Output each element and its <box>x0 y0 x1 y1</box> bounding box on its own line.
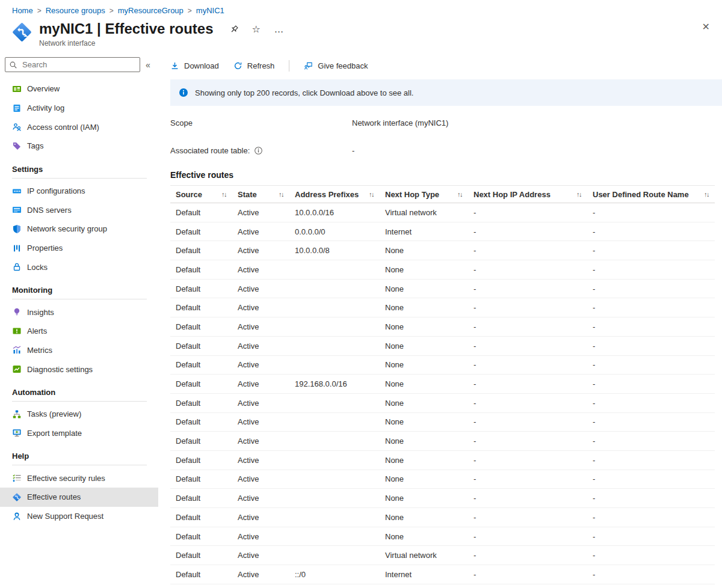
refresh-button[interactable]: Refresh <box>233 61 275 70</box>
sidebar-item-label: Overview <box>27 84 60 93</box>
table-cell: - <box>468 546 587 565</box>
sidebar-collapse-icon[interactable]: « <box>140 60 156 70</box>
sidebar-item-insights[interactable]: Insights <box>0 302 158 322</box>
table-cell <box>289 412 380 432</box>
table-cell: - <box>468 450 587 470</box>
sidebar-item-metrics[interactable]: Metrics <box>0 341 158 360</box>
download-button[interactable]: Download <box>170 61 219 70</box>
sidebar-section-help: Help <box>0 443 158 465</box>
sidebar-item-dns-servers[interactable]: DNS servers <box>0 200 158 219</box>
properties-icon <box>12 243 22 253</box>
sidebar-item-export-template[interactable]: Export template <box>0 424 158 443</box>
info-banner: Showing only top 200 records, click Down… <box>170 79 722 106</box>
diagnostic-settings-icon <box>12 364 22 374</box>
sort-arrows-icon: ↑↓ <box>221 191 226 198</box>
table-row: DefaultActiveNone-- <box>170 489 715 508</box>
table-row: DefaultActiveNone-- <box>170 317 715 337</box>
sidebar-item-ip-configurations[interactable]: IP configurations <box>0 182 158 201</box>
sidebar-item-effective-routes[interactable]: Effective routes <box>0 488 158 507</box>
table-cell <box>289 546 380 565</box>
table-cell: None <box>380 470 468 489</box>
column-header-next-hop-type[interactable]: Next Hop Type↑↓ <box>380 186 468 203</box>
sidebar-item-new-support-request[interactable]: New Support Request <box>0 507 158 526</box>
table-cell: None <box>380 279 468 298</box>
info-icon <box>179 88 188 97</box>
table-cell: Default <box>170 241 232 260</box>
breadcrumb-separator: > <box>37 7 42 15</box>
table-cell: Default <box>170 336 232 355</box>
info-tooltip-icon[interactable] <box>254 146 263 155</box>
sidebar-item-locks[interactable]: Locks <box>0 258 158 277</box>
table-cell: - <box>468 412 587 432</box>
table-cell: None <box>380 241 468 260</box>
table-cell: - <box>587 489 715 508</box>
sort-arrows-icon: ↑↓ <box>576 191 581 198</box>
table-cell: - <box>587 450 715 470</box>
table-cell <box>289 470 380 489</box>
sidebar-item-network-security-group[interactable]: Network security group <box>0 219 158 239</box>
sidebar-item-diagnostic-settings[interactable]: Diagnostic settings <box>0 360 158 379</box>
table-cell: Active <box>232 375 289 394</box>
search-input[interactable] <box>21 60 136 70</box>
table-cell: Internet <box>380 565 468 584</box>
breadcrumb-link-home[interactable]: Home <box>12 6 33 15</box>
associated-route-table-row: Associated route table: - <box>170 146 722 155</box>
search-box[interactable] <box>5 57 140 72</box>
breadcrumb-link-resource-groups[interactable]: Resource groups <box>46 6 105 15</box>
table-cell <box>289 450 380 470</box>
table-row: DefaultActiveNone-- <box>170 412 715 432</box>
column-header-user-defined-route-name[interactable]: User Defined Route Name↑↓ <box>587 186 715 203</box>
sort-arrows-icon: ↑↓ <box>279 191 283 198</box>
sidebar-section-automation: Automation <box>0 379 158 401</box>
table-cell: - <box>468 355 587 375</box>
sidebar-item-label: New Support Request <box>27 512 103 521</box>
pin-icon[interactable] <box>229 25 239 34</box>
sort-arrows-icon: ↑↓ <box>704 191 709 198</box>
table-cell: None <box>380 375 468 394</box>
table-cell: - <box>587 260 715 280</box>
breadcrumb-link-resource[interactable]: myNIC1 <box>196 6 224 15</box>
sidebar-item-tags[interactable]: Tags <box>0 136 158 156</box>
table-cell: - <box>468 432 587 451</box>
sidebar-section-monitoring: Monitoring <box>0 277 158 299</box>
sidebar-item-effective-security-rules[interactable]: Effective security rules <box>0 468 158 488</box>
table-cell: Active <box>232 527 289 546</box>
table-cell: Default <box>170 565 232 584</box>
sidebar-item-tasks-preview[interactable]: Tasks (preview) <box>0 405 158 424</box>
sidebar-item-activity-log[interactable]: Activity log <box>0 99 158 118</box>
table-row: DefaultActiveNone-- <box>170 527 715 546</box>
table-cell: - <box>468 470 587 489</box>
table-cell: Active <box>232 450 289 470</box>
main-content: Download Refresh Give feedback Showing o… <box>158 52 722 588</box>
sidebar-item-overview[interactable]: Overview <box>0 79 158 99</box>
table-cell: - <box>468 222 587 241</box>
more-ellipsis-icon[interactable]: … <box>274 25 283 34</box>
table-cell: Active <box>232 317 289 337</box>
table-cell: Default <box>170 527 232 546</box>
column-label: User Defined Route Name <box>593 190 689 199</box>
table-cell: Internet <box>380 222 468 241</box>
close-icon[interactable]: ✕ <box>702 21 710 32</box>
table-cell: Active <box>232 508 289 527</box>
column-header-source[interactable]: Source↑↓ <box>170 186 232 203</box>
metrics-icon <box>12 345 22 355</box>
sidebar-item-alerts[interactable]: Alerts <box>0 322 158 341</box>
column-header-address-prefixes[interactable]: Address Prefixes↑↓ <box>289 186 380 203</box>
sidebar-item-properties[interactable]: Properties <box>0 239 158 258</box>
column-header-next-hop-ip-address[interactable]: Next Hop IP Address↑↓ <box>468 186 587 203</box>
column-header-state[interactable]: State↑↓ <box>232 186 289 203</box>
sidebar-item-access-control-iam[interactable]: Access control (IAM) <box>0 117 158 136</box>
column-label: State <box>238 190 257 199</box>
sidebar-item-label: IP configurations <box>27 186 85 195</box>
give-feedback-button[interactable]: Give feedback <box>304 61 368 70</box>
effective-routes-icon <box>12 492 22 502</box>
table-cell: - <box>587 546 715 565</box>
favorite-star-icon[interactable]: ☆ <box>251 25 261 34</box>
breadcrumb-link-resource-group[interactable]: myResourceGroup <box>118 6 184 15</box>
breadcrumb: Home>Resource groups>myResourceGroup>myN… <box>0 0 722 15</box>
table-cell: 192.168.0.0/16 <box>289 375 380 394</box>
table-cell: - <box>468 241 587 260</box>
divider <box>12 299 147 299</box>
table-cell: None <box>380 527 468 546</box>
table-cell: Active <box>232 565 289 584</box>
